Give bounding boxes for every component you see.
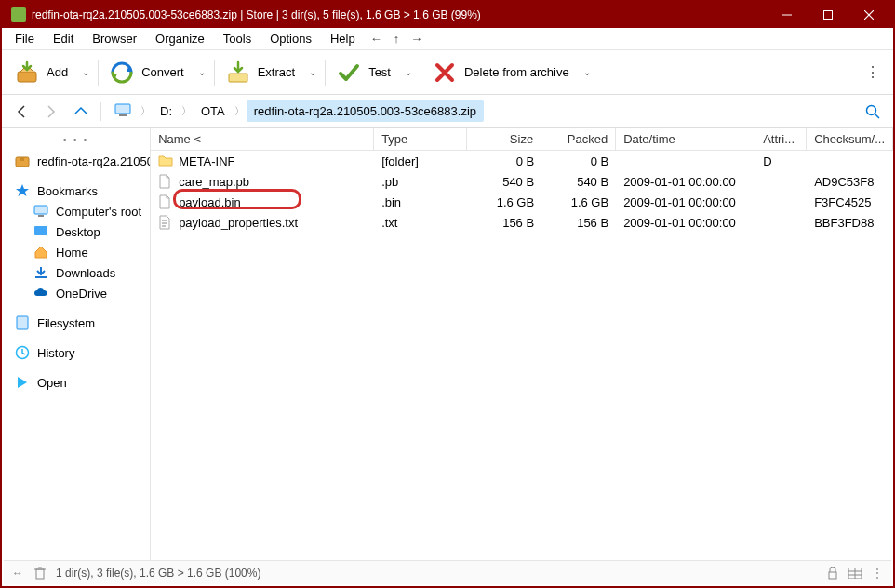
file-row[interactable]: care_map.pb.pb540 B540 B2009-01-01 00:00… [151, 171, 893, 192]
sidebar-archive-item[interactable]: redfin-ota-rq2a.210505.003 [2, 151, 150, 171]
sidebar-item-onedrive[interactable]: OneDrive [2, 283, 150, 303]
menu-nav-up-icon[interactable]: ↑ [388, 29, 406, 48]
file-row[interactable]: payload_properties.txt.txt156 B156 B2009… [151, 212, 893, 233]
header-name[interactable]: Name < [151, 128, 374, 150]
header-type[interactable]: Type [374, 128, 467, 150]
svg-rect-26 [829, 572, 836, 579]
addressbar: 〉 D: 〉 OTA 〉 redfin-ota-rq2a.210505.003-… [2, 95, 893, 128]
statusbar-text: 1 dir(s), 3 file(s), 1.6 GB > 1.6 GB (10… [56, 567, 260, 580]
svg-rect-9 [119, 114, 127, 116]
status-overflow[interactable]: ⋮ [871, 567, 884, 580]
extract-button[interactable]: Extract [219, 56, 302, 89]
svg-rect-8 [115, 104, 130, 114]
convert-label: Convert [141, 65, 184, 79]
minimize-button[interactable] [767, 2, 808, 28]
test-button[interactable]: Test [329, 56, 398, 89]
chevron-right-icon: 〉 [180, 104, 194, 118]
file-attr: D [755, 151, 807, 171]
file-list: Name < Type Size Packed Date/time Attri.… [151, 128, 893, 562]
file-checksum: AD9C53F8 [807, 171, 893, 192]
file-date: 2009-01-01 00:00:00 [616, 171, 755, 192]
menu-options[interactable]: Options [260, 29, 321, 48]
header-attr[interactable]: Attri... [755, 128, 807, 150]
breadcrumb-drive[interactable]: D: [153, 100, 180, 122]
sidebar-history-label: History [37, 346, 74, 360]
toolbar: Add ⌄ Convert ⌄ Extract ⌄ Test ⌄ Delete … [2, 50, 893, 95]
delete-dropdown[interactable]: ⌄ [579, 56, 595, 89]
breadcrumb-root[interactable] [107, 100, 139, 123]
layout-icon[interactable] [848, 567, 862, 580]
convert-dropdown[interactable]: ⌄ [194, 56, 210, 89]
resize-handle-icon[interactable]: ↔ [11, 567, 24, 580]
menubar: File Edit Browser Organize Tools Options… [2, 28, 893, 50]
header-date[interactable]: Date/time [616, 128, 755, 150]
play-icon [15, 375, 30, 390]
sidebar-item-downloads[interactable]: Downloads [2, 262, 150, 283]
file-type: .pb [374, 171, 467, 192]
trash-icon[interactable] [33, 567, 47, 580]
sidebar: • • • redfin-ota-rq2a.210505.003 Bookmar… [2, 128, 151, 562]
breadcrumb-archive[interactable]: redfin-ota-rq2a.210505.003-53ce6883.zip [247, 100, 484, 122]
file-date: 2009-01-01 00:00:00 [616, 212, 755, 233]
delete-button[interactable]: Delete from archive [425, 56, 577, 89]
sidebar-item-label: Desktop [56, 225, 100, 239]
menu-nav-fwd-icon[interactable]: → [405, 29, 428, 48]
file-size: 1.6 GB [467, 192, 541, 212]
file-attr [755, 171, 807, 192]
header-packed[interactable]: Packed [541, 128, 616, 150]
nav-forward-button[interactable] [37, 98, 65, 126]
sidebar-overflow-icon[interactable]: • • • [2, 132, 150, 151]
file-type: .bin [374, 192, 467, 212]
menu-browser[interactable]: Browser [83, 29, 146, 48]
add-button[interactable]: Add [7, 56, 75, 89]
menu-tools[interactable]: Tools [214, 29, 260, 48]
menu-nav-back-icon[interactable]: ← [365, 29, 388, 48]
nav-up-button[interactable] [67, 98, 95, 126]
file-name: META-INF [179, 154, 234, 168]
menu-edit[interactable]: Edit [44, 29, 83, 48]
file-type: .txt [374, 212, 467, 233]
txt-icon [158, 215, 173, 230]
file-row[interactable]: META-INF[folder]0 B0 BD [151, 151, 893, 171]
checkmark-icon [337, 60, 361, 85]
menu-file[interactable]: File [6, 29, 44, 48]
sidebar-item-label: Computer's root [56, 205, 141, 219]
file-icon [158, 174, 173, 189]
file-row[interactable]: payload.bin.bin1.6 GB1.6 GB2009-01-01 00… [151, 192, 893, 212]
add-icon [15, 60, 39, 85]
menu-help[interactable]: Help [321, 29, 365, 48]
sidebar-item-home[interactable]: Home [2, 242, 150, 262]
search-button[interactable] [858, 98, 888, 126]
monitor-icon [33, 204, 48, 219]
nav-back-button[interactable] [7, 98, 35, 126]
app-icon [11, 7, 26, 22]
test-dropdown[interactable]: ⌄ [400, 56, 417, 89]
extract-dropdown[interactable]: ⌄ [304, 56, 321, 89]
add-label: Add [47, 65, 68, 79]
add-dropdown[interactable]: ⌄ [77, 56, 94, 89]
download-icon [33, 265, 48, 280]
menu-organize[interactable]: Organize [146, 29, 214, 48]
header-checksum[interactable]: Checksum/... [807, 128, 893, 150]
sidebar-open-label: Open [37, 376, 67, 390]
sidebar-open[interactable]: Open [2, 372, 150, 393]
sidebar-bookmarks[interactable]: Bookmarks [2, 180, 150, 201]
svg-line-11 [875, 114, 880, 118]
desktop-icon [33, 224, 48, 239]
file-packed: 540 B [541, 171, 616, 192]
sidebar-item-desktop[interactable]: Desktop [2, 221, 150, 242]
svg-rect-23 [36, 569, 44, 579]
sidebar-item-label: Home [56, 246, 88, 260]
maximize-button[interactable] [808, 2, 848, 28]
sidebar-item-computers-root[interactable]: Computer's root [2, 201, 150, 221]
breadcrumb-folder[interactable]: OTA [194, 100, 233, 122]
convert-button[interactable]: Convert [102, 56, 192, 89]
close-button[interactable] [848, 2, 889, 28]
file-attr [755, 212, 807, 233]
file-date: 2009-01-01 00:00:00 [616, 192, 755, 212]
toolbar-overflow[interactable]: ⋮ [858, 58, 888, 87]
header-size[interactable]: Size [467, 128, 541, 150]
sidebar-history[interactable]: History [2, 342, 150, 363]
lock-icon[interactable] [826, 567, 839, 580]
sidebar-filesystem[interactable]: Filesystem [2, 313, 150, 333]
